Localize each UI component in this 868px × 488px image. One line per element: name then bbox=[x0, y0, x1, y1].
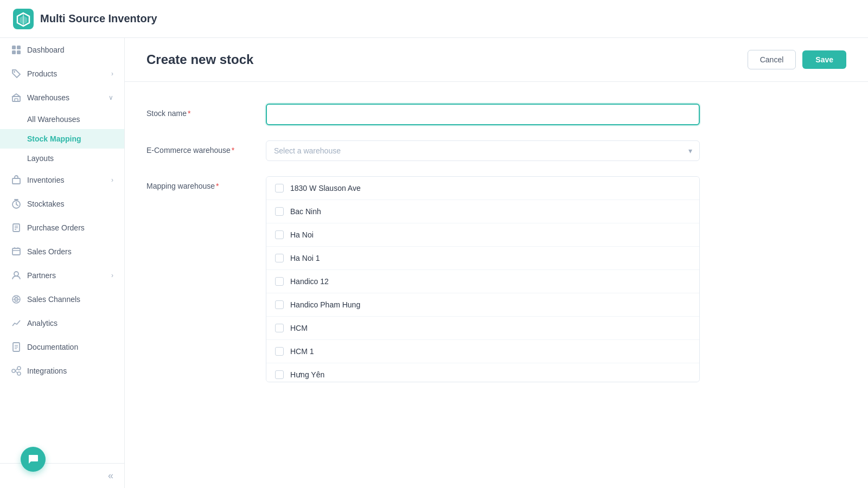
sidebar-label-sales-channels: Sales Channels bbox=[27, 295, 80, 304]
mapping-item[interactable]: Bac Ninh bbox=[266, 200, 699, 223]
sidebar-label-inventories: Inventories bbox=[27, 176, 64, 184]
mapping-item-label: HCM bbox=[290, 324, 308, 332]
svg-point-29 bbox=[17, 367, 21, 370]
mapping-item-label: Bac Ninh bbox=[290, 207, 321, 216]
analytics-icon bbox=[11, 318, 22, 329]
mapping-checkbox[interactable] bbox=[275, 184, 284, 192]
sidebar-item-partners[interactable]: Partners › bbox=[0, 264, 124, 287]
mapping-checkbox[interactable] bbox=[275, 207, 284, 216]
sidebar-item-integrations[interactable]: Integrations bbox=[0, 359, 124, 383]
main-layout: Dashboard Products › Warehouses ∨ bbox=[0, 38, 868, 488]
chevron-right-icon-partners: › bbox=[111, 272, 113, 279]
chat-icon bbox=[27, 453, 39, 465]
svg-point-20 bbox=[14, 272, 18, 276]
mapping-item-label: Hưng Yên bbox=[290, 370, 324, 379]
app-header: Multi Source Inventory bbox=[0, 0, 868, 38]
svg-point-28 bbox=[12, 369, 15, 373]
logo-area: Multi Source Inventory bbox=[13, 9, 157, 29]
sidebar-item-layouts[interactable]: Layouts bbox=[0, 149, 124, 168]
doc-icon bbox=[11, 342, 22, 352]
mapping-item[interactable]: Handico Pham Hung bbox=[266, 293, 699, 317]
sidebar-label-sales-orders: Sales Orders bbox=[27, 247, 72, 256]
chevron-down-icon: ∨ bbox=[108, 94, 113, 101]
sidebar-label-documentation: Documentation bbox=[27, 343, 78, 351]
svg-point-30 bbox=[17, 372, 21, 375]
mapping-item-label: HCM 1 bbox=[290, 347, 314, 356]
mapping-checkbox[interactable] bbox=[275, 347, 284, 356]
mapping-item[interactable]: 1830 W Slauson Ave bbox=[266, 177, 699, 200]
stock-name-control bbox=[266, 104, 700, 125]
stock-name-input[interactable] bbox=[266, 104, 700, 125]
mapping-checkbox[interactable] bbox=[275, 254, 284, 262]
sidebar-item-sales-channels[interactable]: Sales Channels bbox=[0, 287, 124, 311]
sidebar-item-inventories[interactable]: Inventories › bbox=[0, 168, 124, 192]
sidebar-item-documentation[interactable]: Documentation bbox=[0, 335, 124, 359]
channels-icon bbox=[11, 294, 22, 305]
sidebar-label-layouts: Layouts bbox=[27, 154, 54, 163]
required-star: * bbox=[188, 109, 190, 118]
svg-rect-11 bbox=[12, 178, 20, 184]
mapping-checkbox[interactable] bbox=[275, 277, 284, 286]
mapping-checkbox[interactable] bbox=[275, 324, 284, 332]
svg-rect-7 bbox=[17, 50, 21, 54]
mapping-item[interactable]: Ha Noi 1 bbox=[266, 247, 699, 270]
sidebar-item-products[interactable]: Products › bbox=[0, 62, 124, 86]
mapping-item[interactable]: HCM 1 bbox=[266, 340, 699, 363]
tag-icon bbox=[11, 68, 22, 79]
mapping-item-label: Ha Noi bbox=[290, 230, 314, 239]
svg-point-8 bbox=[14, 71, 15, 73]
sidebar-label-products: Products bbox=[27, 69, 57, 78]
svg-rect-6 bbox=[12, 50, 16, 54]
sidebar-item-stock-mapping[interactable]: Stock Mapping bbox=[0, 129, 124, 149]
cancel-button[interactable]: Cancel bbox=[748, 50, 796, 69]
mapping-warehouse-label: Mapping warehouse* bbox=[146, 176, 255, 190]
required-star-3: * bbox=[216, 182, 219, 190]
mapping-warehouse-list[interactable]: 1830 W Slauson AveBac NinhHa NoiHa Noi 1… bbox=[266, 176, 700, 382]
ecommerce-warehouse-control: Select a warehouse ▾ bbox=[266, 140, 700, 161]
sidebar-item-warehouses[interactable]: Warehouses ∨ bbox=[0, 86, 124, 110]
collapse-icon: « bbox=[108, 470, 113, 481]
svg-line-32 bbox=[15, 371, 17, 373]
ecommerce-warehouse-label: E-Commerce warehouse* bbox=[146, 140, 255, 155]
sidebar-item-sales-orders[interactable]: Sales Orders bbox=[0, 240, 124, 264]
mapping-checkbox[interactable] bbox=[275, 230, 284, 239]
mapping-item-label: Ha Noi 1 bbox=[290, 254, 320, 262]
mapping-item-label: Handico Pham Hung bbox=[290, 300, 360, 309]
sidebar: Dashboard Products › Warehouses ∨ bbox=[0, 38, 125, 488]
mapping-warehouse-control: 1830 W Slauson AveBac NinhHa NoiHa Noi 1… bbox=[266, 176, 700, 382]
sidebar-label-dashboard: Dashboard bbox=[27, 46, 65, 54]
mapping-item[interactable]: Hưng Yên bbox=[266, 363, 699, 382]
sidebar-item-stocktakes[interactable]: Stocktakes bbox=[0, 192, 124, 216]
sidebar-label-purchase-orders: Purchase Orders bbox=[27, 223, 85, 232]
mapping-checkbox[interactable] bbox=[275, 370, 284, 379]
save-button[interactable]: Save bbox=[802, 50, 846, 69]
sidebar-label-all-warehouses: All Warehouses bbox=[27, 115, 80, 124]
sidebar-label-analytics: Analytics bbox=[27, 319, 58, 328]
sidebar-item-dashboard[interactable]: Dashboard bbox=[0, 38, 124, 62]
sidebar-label-stocktakes: Stocktakes bbox=[27, 200, 64, 208]
sidebar-item-all-warehouses[interactable]: All Warehouses bbox=[0, 110, 124, 129]
mapping-checkbox[interactable] bbox=[275, 300, 284, 309]
sidebar-label-integrations: Integrations bbox=[27, 367, 67, 375]
box-icon bbox=[11, 175, 22, 185]
grid-icon bbox=[11, 44, 22, 55]
app-title: Multi Source Inventory bbox=[40, 12, 157, 25]
mapping-item[interactable]: Handico 12 bbox=[266, 270, 699, 293]
svg-line-31 bbox=[15, 369, 17, 371]
purchase-icon bbox=[11, 222, 22, 233]
mapping-item[interactable]: HCM bbox=[266, 317, 699, 340]
form-area: Stock name* E-Commerce warehouse* Select… bbox=[125, 82, 868, 488]
sidebar-item-purchase-orders[interactable]: Purchase Orders bbox=[0, 216, 124, 240]
sidebar-item-analytics[interactable]: Analytics bbox=[0, 311, 124, 335]
integrations-icon bbox=[11, 365, 22, 376]
svg-rect-18 bbox=[12, 248, 20, 255]
header-actions: Cancel Save bbox=[748, 50, 846, 69]
chat-bubble-button[interactable] bbox=[21, 447, 46, 472]
mapping-item[interactable]: Ha Noi bbox=[266, 223, 699, 247]
chevron-right-icon-inv: › bbox=[111, 176, 113, 184]
ecommerce-warehouse-select[interactable]: Select a warehouse bbox=[266, 140, 700, 161]
form-row-ecommerce-warehouse: E-Commerce warehouse* Select a warehouse… bbox=[146, 140, 846, 161]
svg-rect-4 bbox=[12, 46, 16, 49]
sidebar-collapse-button[interactable]: « bbox=[0, 463, 124, 488]
sidebar-label-stock-mapping: Stock Mapping bbox=[27, 134, 81, 143]
